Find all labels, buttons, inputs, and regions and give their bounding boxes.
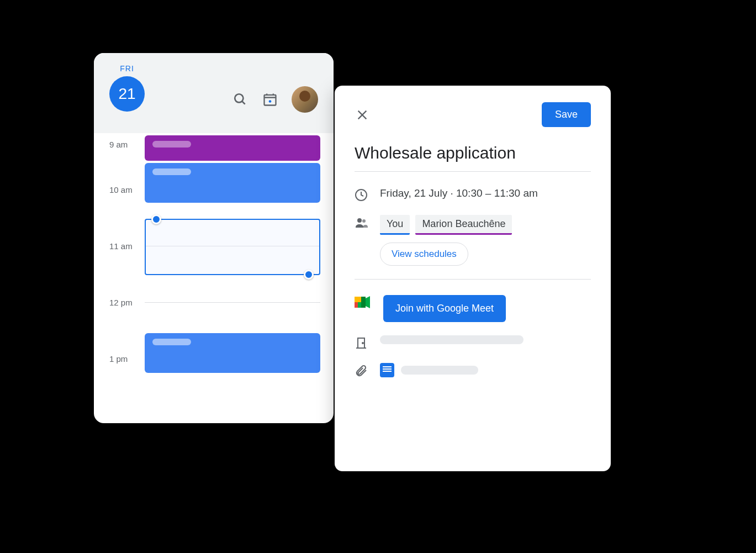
time-label-11am: 11 am [109, 241, 133, 251]
event-block-blue-1[interactable] [145, 163, 320, 203]
event-block-purple[interactable] [145, 135, 320, 161]
svg-point-10 [357, 218, 362, 223]
svg-rect-15 [361, 297, 366, 308]
clock-icon [355, 188, 368, 202]
svg-line-1 [242, 101, 245, 104]
save-button[interactable]: Save [542, 102, 591, 127]
event-datetime-text[interactable]: Friday, 21 July · 10:30 – 11:30 am [380, 187, 591, 199]
calendar-day-view: FRI 21 9 am 10 am 11 am 12 pm 1 pm [94, 53, 334, 423]
today-icon[interactable] [262, 91, 278, 108]
room-placeholder[interactable] [380, 335, 524, 344]
time-label-10am: 10 am [109, 185, 133, 194]
svg-rect-2 [265, 95, 276, 106]
meet-row: Join with Google Meet [355, 295, 591, 322]
svg-point-6 [269, 100, 272, 103]
room-icon [355, 336, 368, 350]
docs-icon[interactable] [380, 363, 394, 377]
timeline[interactable]: 9 am 10 am 11 am 12 pm 1 pm [94, 133, 334, 423]
event-selection-box[interactable] [145, 219, 320, 275]
people-icon [355, 216, 368, 229]
event-card-header: Save [355, 102, 591, 127]
attachment-row [355, 363, 591, 377]
google-meet-icon [355, 295, 371, 309]
attendee-chip-marion[interactable]: Marion Beauchêne [415, 215, 512, 235]
event-block-blue-2[interactable] [145, 333, 320, 373]
avatar[interactable] [292, 86, 318, 113]
search-icon[interactable] [232, 91, 249, 108]
room-row [355, 335, 591, 350]
drag-handle-top[interactable] [151, 214, 161, 224]
time-label-1pm: 1 pm [109, 354, 128, 364]
svg-point-0 [235, 94, 243, 102]
header-actions [232, 86, 318, 113]
event-detail-card: Save Wholesale application Friday, 21 Ju… [335, 86, 611, 471]
svg-rect-13 [355, 297, 361, 302]
time-label-9am: 9 am [109, 140, 128, 149]
date-number: 21 [109, 76, 145, 112]
attendees-content: You Marion Beauchêne View schedules [380, 215, 591, 266]
paperclip-icon [355, 364, 368, 377]
close-icon[interactable] [355, 107, 370, 123]
calendar-header: FRI 21 [94, 53, 334, 133]
svg-marker-16 [366, 296, 370, 308]
view-schedules-button[interactable]: View schedules [380, 243, 468, 266]
svg-point-19 [362, 343, 363, 344]
time-label-12pm: 12 pm [109, 298, 133, 307]
divider [355, 279, 591, 280]
datetime-row: Friday, 21 July · 10:30 – 11:30 am [355, 187, 591, 202]
drag-handle-bottom[interactable] [304, 270, 314, 280]
attendee-chip-you[interactable]: You [380, 215, 410, 235]
event-title[interactable]: Wholesale application [355, 144, 591, 172]
attachment-placeholder[interactable] [401, 366, 478, 375]
day-of-week-label: FRI [120, 64, 134, 73]
date-block[interactable]: FRI 21 [109, 64, 145, 112]
svg-point-11 [362, 219, 366, 223]
join-meet-button[interactable]: Join with Google Meet [383, 295, 506, 322]
attendees-row: You Marion Beauchêne View schedules [355, 215, 591, 266]
